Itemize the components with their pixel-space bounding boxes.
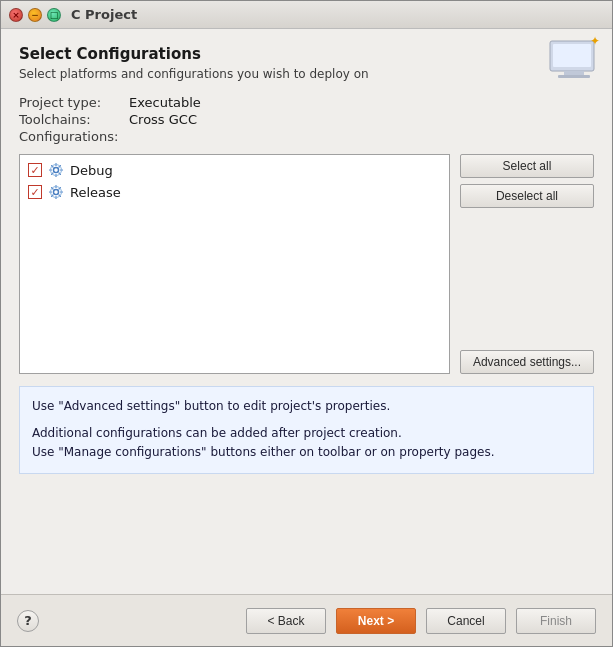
toolchain-value: Cross GCC — [129, 112, 594, 127]
svg-rect-1 — [553, 44, 591, 67]
svg-text:✦: ✦ — [590, 35, 600, 48]
info-line-4: Use "Manage configurations" buttons eith… — [32, 443, 581, 462]
next-button[interactable]: Next > — [336, 608, 416, 634]
header-icon: ✦ — [548, 35, 600, 86]
cancel-button[interactable]: Cancel — [426, 608, 506, 634]
finish-button[interactable]: Finish — [516, 608, 596, 634]
svg-point-6 — [51, 165, 62, 176]
help-button[interactable]: ? — [17, 610, 39, 632]
advanced-settings-button[interactable]: Advanced settings... — [460, 350, 594, 374]
configurations-label: Configurations: — [19, 129, 594, 144]
debug-toolchain-icon — [48, 162, 64, 178]
right-column: Select all Deselect all Advanced setting… — [460, 154, 594, 374]
svg-rect-3 — [558, 75, 590, 78]
info-line-3: Additional configurations can be added a… — [32, 424, 581, 443]
config-item-release[interactable]: Release — [24, 181, 445, 203]
svg-point-7 — [54, 190, 59, 195]
release-toolchain-icon — [48, 184, 64, 200]
window-title: C Project — [71, 7, 137, 22]
info-line-1: Use "Advanced settings" button to edit p… — [32, 397, 581, 416]
close-button[interactable]: × — [9, 8, 23, 22]
project-type-value: Executable — [129, 95, 594, 110]
project-type-label: Project type: — [19, 95, 129, 110]
toolchain-label: Toolchains: — [19, 112, 129, 127]
debug-checkbox[interactable] — [28, 163, 42, 177]
window-controls: × − □ — [9, 8, 61, 22]
config-item-debug[interactable]: Debug — [24, 159, 445, 181]
footer: ? < Back Next > Cancel Finish — [1, 594, 612, 646]
page-title: Select Configurations — [19, 45, 594, 63]
window: × − □ C Project ✦ Select Configurations … — [0, 0, 613, 647]
deselect-all-button[interactable]: Deselect all — [460, 184, 594, 208]
svg-point-8 — [51, 187, 62, 198]
page-subtitle: Select platforms and configurations you … — [19, 67, 594, 81]
release-name: Release — [70, 185, 121, 200]
main-content: Select Configurations Select platforms a… — [1, 29, 612, 498]
debug-name: Debug — [70, 163, 113, 178]
config-area: Debug Release Se — [19, 154, 594, 374]
svg-point-5 — [54, 168, 59, 173]
title-bar: × − □ C Project — [1, 1, 612, 29]
select-all-button[interactable]: Select all — [460, 154, 594, 178]
project-info: Project type: Executable Toolchains: Cro… — [19, 95, 594, 144]
minimize-button[interactable]: − — [28, 8, 42, 22]
back-button[interactable]: < Back — [246, 608, 326, 634]
release-checkbox[interactable] — [28, 185, 42, 199]
svg-rect-2 — [564, 71, 584, 75]
maximize-button[interactable]: □ — [47, 8, 61, 22]
info-box: Use "Advanced settings" button to edit p… — [19, 386, 594, 474]
configuration-list: Debug Release — [19, 154, 450, 374]
